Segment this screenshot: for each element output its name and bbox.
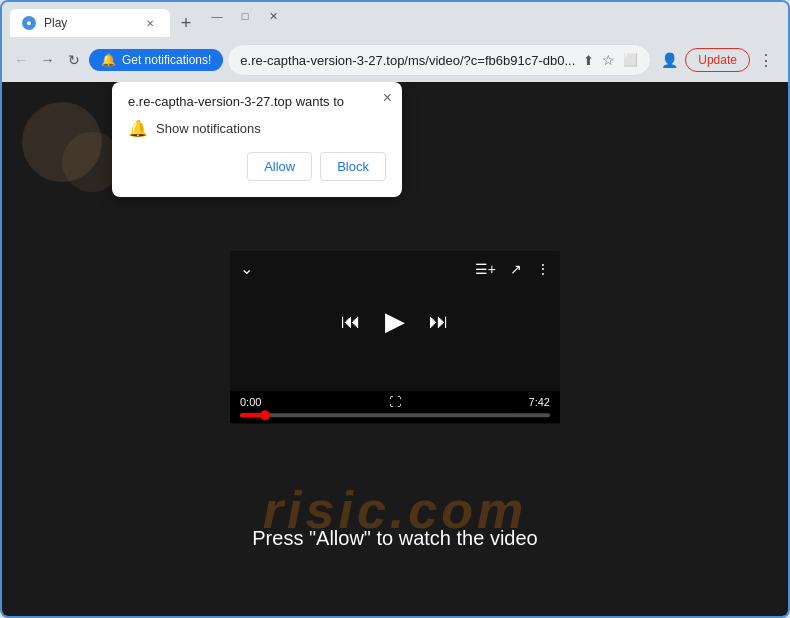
fullscreen-icon[interactable]: ⛶ [389,395,401,409]
star-icon[interactable]: ☆ [602,52,615,68]
toolbar-actions: 👤 Update ⋮ [655,46,780,74]
progress-bar[interactable] [240,413,550,417]
video-center-controls: ⏮ ▶ ⏭ [341,306,449,337]
toolbar: ← → ↻ 🔔 Get notifications! e.re-captha-v… [2,38,788,82]
press-allow-text: Press "Allow" to watch the video [2,527,788,550]
update-button[interactable]: Update [685,48,750,72]
share-icon: ⬆ [583,53,594,68]
popup-block-button[interactable]: Block [320,152,386,181]
tab-play[interactable]: ● Play ✕ [10,9,170,37]
popup-notification-row: 🔔 Show notifications [128,119,386,138]
video-share-icon[interactable]: ↗ [510,261,522,277]
maximize-button[interactable]: □ [232,6,258,26]
forward-button[interactable]: → [36,46,58,74]
more-menu-button[interactable]: ⋮ [752,46,780,74]
tab-close-btn[interactable]: ✕ [142,15,158,31]
titlebar-right: — □ ✕ [204,6,286,34]
video-prev-icon[interactable]: ⏮ [341,310,361,333]
video-bottom-controls: 0:00 ⛶ 7:42 [230,391,560,423]
popup-title: e.re-captha-version-3-27.top wants to [128,94,386,109]
address-text: e.re-captha-version-3-27.top/ms/video/?c… [240,53,575,68]
popup-bell-icon: 🔔 [128,119,148,138]
reload-button[interactable]: ↻ [63,46,85,74]
titlebar: ● Play ✕ + — □ ✕ [2,2,788,38]
tab-title: Play [44,16,134,30]
new-tab-button[interactable]: + [172,9,200,37]
popup-notification-label: Show notifications [156,121,261,136]
tab-favicon: ● [22,16,36,30]
browser-content: risic.com ⌄ ☰+ ↗ ⋮ ⏮ ▶ ⏭ 0:00 ⛶ 7:42 [2,82,788,618]
profile-button[interactable]: 👤 [655,46,683,74]
video-player: ⌄ ☰+ ↗ ⋮ ⏮ ▶ ⏭ 0:00 ⛶ 7:42 [230,251,560,423]
video-chevron-icon[interactable]: ⌄ [240,259,253,278]
total-time: 7:42 [529,396,550,408]
popup-buttons: Allow Block [128,152,386,181]
video-play-icon[interactable]: ▶ [385,306,405,337]
video-queue-icon[interactable]: ☰+ [475,261,496,277]
bell-icon: 🔔 [101,53,116,67]
video-next-icon[interactable]: ⏭ [429,310,449,333]
popup-close-button[interactable]: × [383,90,392,106]
time-row: 0:00 ⛶ 7:42 [240,395,550,409]
titlebar-left: ● Play ✕ + [10,3,200,37]
progress-dot [260,410,270,420]
video-top-controls: ⌄ ☰+ ↗ ⋮ [230,259,560,278]
current-time: 0:00 [240,396,261,408]
back-button[interactable]: ← [10,46,32,74]
video-top-right: ☰+ ↗ ⋮ [475,261,550,277]
close-window-button[interactable]: ✕ [260,6,286,26]
notification-popup: × e.re-captha-version-3-27.top wants to … [112,82,402,197]
video-more-icon[interactable]: ⋮ [536,261,550,277]
split-icon: ⬜ [623,53,638,67]
get-notifications-button[interactable]: 🔔 Get notifications! [89,49,223,71]
tab-strip: ● Play ✕ + [10,3,200,37]
video-screen: ⌄ ☰+ ↗ ⋮ ⏮ ▶ ⏭ [230,251,560,391]
popup-allow-button[interactable]: Allow [247,152,312,181]
address-bar[interactable]: e.re-captha-version-3-27.top/ms/video/?c… [227,44,651,76]
minimize-button[interactable]: — [204,6,230,26]
